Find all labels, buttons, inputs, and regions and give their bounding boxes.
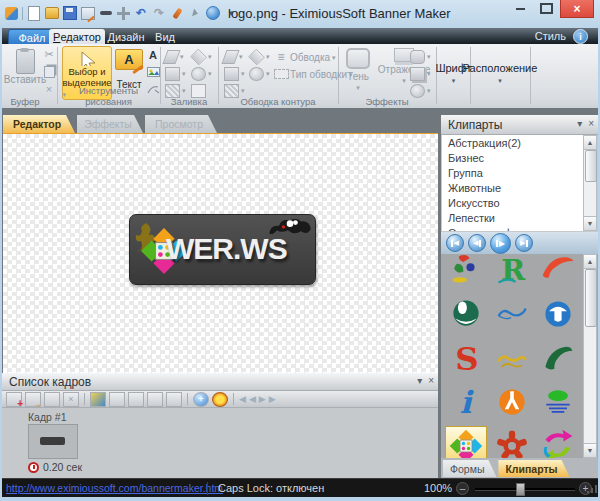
editing-canvas[interactable]: WER.WS bbox=[3, 133, 438, 373]
copy-icon[interactable] bbox=[42, 65, 56, 78]
shadow-button[interactable]: Тень ▾ bbox=[344, 48, 372, 92]
outline-radial-button[interactable]: ▾ bbox=[249, 67, 270, 81]
zoom-out-button[interactable]: – bbox=[456, 482, 469, 495]
frame-tool-button[interactable] bbox=[128, 392, 144, 407]
outline-label-button[interactable]: Обводка▾ bbox=[290, 52, 336, 63]
add-frame-button[interactable]: + bbox=[6, 392, 22, 407]
clipart-green-ribbon[interactable] bbox=[537, 338, 579, 378]
clipart-orange-wheel[interactable] bbox=[491, 382, 533, 422]
frame-thumbnail[interactable] bbox=[28, 424, 78, 459]
open-folder-icon[interactable] bbox=[45, 7, 59, 19]
move-frame-last-icon[interactable]: ▶ bbox=[269, 394, 276, 404]
frame-tool-button[interactable] bbox=[109, 392, 125, 407]
info-icon[interactable]: i bbox=[573, 29, 588, 44]
paste-button[interactable]: Вставить bbox=[5, 46, 45, 85]
panel-dropdown-icon[interactable]: ▾ bbox=[417, 375, 422, 386]
clipart-grid[interactable]: R S bbox=[441, 254, 598, 458]
category-list-scrollbar[interactable]: ▲ ▼ bbox=[583, 135, 597, 231]
effect-rounded-button[interactable]: ▾ bbox=[410, 50, 431, 64]
fill-linear-button[interactable]: ▾ bbox=[165, 67, 186, 81]
frame-properties-button[interactable] bbox=[90, 392, 106, 407]
clipart-blue-i[interactable]: i bbox=[445, 382, 487, 422]
panel-dropdown-icon[interactable]: ▾ bbox=[577, 118, 582, 129]
close-button[interactable]: × bbox=[560, 0, 594, 18]
canvas-tab-preview[interactable]: Просмотр bbox=[145, 115, 217, 133]
resize-grip[interactable] bbox=[587, 485, 597, 493]
zoom-slider-track[interactable] bbox=[475, 488, 575, 491]
scroll-thumb[interactable] bbox=[585, 150, 597, 182]
pointer-icon[interactable] bbox=[192, 8, 199, 17]
next-page-button[interactable]: ▶ bbox=[490, 233, 511, 254]
web-globe-icon[interactable] bbox=[206, 6, 220, 20]
clipart-grid-scrollbar[interactable]: ▲ ▼ bbox=[583, 254, 597, 458]
scroll-down-icon[interactable]: ▼ bbox=[584, 443, 596, 457]
style-button[interactable]: Стиль bbox=[535, 30, 566, 42]
insert-frame-button[interactable]: → bbox=[25, 392, 41, 407]
frame-tool-button[interactable] bbox=[166, 392, 182, 407]
clipart-mushroom-circle[interactable] bbox=[537, 294, 579, 334]
fill-gradient-button[interactable]: ▾ bbox=[191, 50, 212, 64]
scroll-thumb[interactable] bbox=[585, 269, 597, 327]
fill-radial-button[interactable]: ▾ bbox=[191, 67, 212, 81]
export-image-icon[interactable] bbox=[81, 7, 95, 20]
maximize-button[interactable] bbox=[533, 0, 560, 17]
tab-design[interactable]: Дизайн bbox=[101, 29, 151, 44]
outline-width-button[interactable]: ≡ bbox=[274, 50, 288, 63]
clipart-blue-wave[interactable] bbox=[491, 294, 533, 334]
scroll-down-icon[interactable]: ▼ bbox=[584, 216, 596, 230]
clipart-green-ellipse-lines[interactable] bbox=[537, 382, 579, 422]
first-page-button[interactable]: ◀ bbox=[446, 234, 464, 252]
category-item[interactable]: Бизнес bbox=[442, 150, 583, 165]
undo-icon[interactable]: ↶ bbox=[134, 6, 148, 20]
arrange-button[interactable]: Расположение ▾ bbox=[471, 48, 529, 98]
letter-a-icon[interactable]: A bbox=[146, 48, 160, 61]
move-icon[interactable] bbox=[117, 7, 130, 20]
clipart-diamond-logo-selected[interactable] bbox=[445, 426, 487, 458]
banner-artwork[interactable]: WER.WS bbox=[129, 214, 316, 285]
outline-dash-button[interactable] bbox=[274, 69, 289, 79]
last-page-button[interactable]: ▶ bbox=[515, 234, 533, 252]
image-icon[interactable] bbox=[146, 65, 160, 78]
fill-solid-button[interactable]: ▾ bbox=[165, 50, 184, 64]
prev-page-button[interactable]: ◀ bbox=[468, 234, 486, 252]
frames-list[interactable]: Кадр #1 0.20 сек bbox=[2, 408, 438, 478]
minimize-button[interactable] bbox=[507, 0, 533, 17]
category-item[interactable]: Овальные формы bbox=[442, 225, 583, 231]
save-icon[interactable] bbox=[63, 6, 77, 20]
website-link[interactable]: http://www.eximioussoft.com/bannermaker.… bbox=[6, 482, 223, 494]
outline-linear-button[interactable]: ▾ bbox=[224, 67, 245, 81]
clipart-red-s[interactable]: S bbox=[445, 338, 487, 378]
clipart-category-list[interactable]: Абстракция(2) Бизнес Группа Животные Иск… bbox=[442, 135, 583, 231]
add-effect-button[interactable]: + bbox=[193, 392, 209, 407]
clipart-red-gear[interactable] bbox=[491, 426, 533, 458]
zoom-slider-thumb[interactable] bbox=[516, 483, 525, 496]
outline-pen-button[interactable]: ▾ bbox=[224, 50, 243, 64]
text-tool-button[interactable]: A Текст bbox=[113, 46, 145, 90]
category-item[interactable]: Абстракция(2) bbox=[442, 135, 583, 150]
clipart-yellow-swirl[interactable] bbox=[491, 338, 533, 378]
category-item[interactable]: Группа bbox=[442, 165, 583, 180]
clipart-red-swoosh[interactable] bbox=[537, 254, 579, 290]
delete-frame-button[interactable]: × bbox=[63, 392, 79, 407]
brush-icon[interactable] bbox=[172, 7, 182, 19]
frame-tool-button[interactable] bbox=[147, 392, 163, 407]
scroll-up-icon[interactable]: ▲ bbox=[584, 136, 596, 150]
canvas-tab-editor[interactable]: Редактор bbox=[3, 115, 75, 133]
panel-close-icon[interactable]: × bbox=[588, 118, 594, 129]
panel-close-icon[interactable]: × bbox=[428, 375, 434, 386]
clipart-abstract-figure[interactable] bbox=[445, 254, 487, 290]
tab-cliparts[interactable]: Клипарты bbox=[498, 460, 569, 477]
move-frame-first-icon[interactable]: ◀ bbox=[239, 394, 246, 404]
effect-bevel-button[interactable]: ▾ bbox=[410, 67, 431, 81]
tab-view[interactable]: Вид bbox=[146, 29, 184, 44]
tab-editor[interactable]: Редактор bbox=[49, 29, 105, 44]
scroll-up-icon[interactable]: ▲ bbox=[584, 255, 596, 269]
canvas-tab-effects[interactable]: Эффекты bbox=[77, 115, 143, 133]
animation-button[interactable] bbox=[212, 392, 228, 407]
clipart-eco-circle[interactable] bbox=[445, 294, 487, 334]
clipart-color-arrows[interactable] bbox=[537, 426, 579, 458]
horizontal-bar-icon[interactable] bbox=[100, 11, 112, 15]
move-frame-left-icon[interactable]: ◀ bbox=[249, 394, 256, 404]
category-item[interactable]: Лепестки bbox=[442, 210, 583, 225]
clipart-letter-r[interactable]: R bbox=[491, 254, 533, 290]
